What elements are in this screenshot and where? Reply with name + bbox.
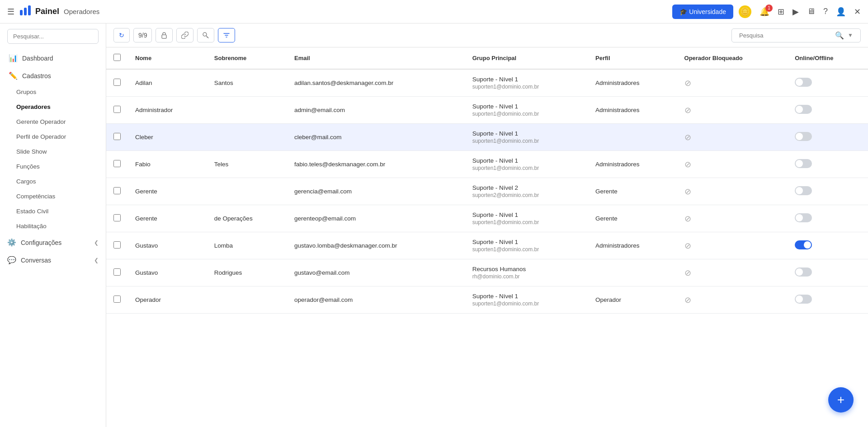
row-online xyxy=(788,97,868,124)
navbar-title: Painel xyxy=(35,7,59,16)
select-all-checkbox[interactable] xyxy=(113,54,121,61)
online-toggle[interactable] xyxy=(795,105,812,114)
row-grupo: Suporte - Nível 2 suporten2@dominio.com.… xyxy=(465,178,588,205)
row-online xyxy=(788,232,868,259)
key-button[interactable] xyxy=(197,28,214,42)
sidebar-subitem-funcoes[interactable]: Funções xyxy=(0,159,106,174)
row-checkbox-cell xyxy=(106,97,128,124)
sidebar-subitem-habilitacao[interactable]: Habilitação xyxy=(0,219,106,234)
row-sobrenome xyxy=(207,286,287,314)
row-checkbox[interactable] xyxy=(113,241,121,249)
row-checkbox[interactable] xyxy=(113,296,121,303)
table-row: Administrador admin@email.com Suporte - … xyxy=(106,97,868,124)
row-perfil: Administradores xyxy=(588,97,677,124)
row-sobrenome: de Operações xyxy=(207,205,287,232)
sidebar-item-configuracoes[interactable]: ⚙️ Configurações ❮ xyxy=(0,234,106,251)
row-checkbox[interactable] xyxy=(113,79,121,86)
chevron-icon: ❮ xyxy=(94,257,99,263)
gear-icon: ⚙️ xyxy=(7,238,16,247)
row-sobrenome: Lomba xyxy=(207,232,287,259)
online-toggle[interactable] xyxy=(795,213,812,222)
sidebar-item-cadastros[interactable]: ✏️ Cadastros xyxy=(0,67,106,84)
table-header-sobrenome[interactable]: Sobrenome xyxy=(207,47,287,69)
operators-table-container: Nome Sobrenome Email Grupo Principal Per… xyxy=(106,47,868,427)
row-checkbox[interactable] xyxy=(113,187,121,194)
filter-button[interactable] xyxy=(218,28,235,42)
user-icon[interactable]: 👤 xyxy=(836,7,846,17)
sidebar-subitem-perfil-operador[interactable]: Perfil de Operador xyxy=(0,129,106,144)
row-checkbox-cell xyxy=(106,232,128,259)
online-toggle[interactable] xyxy=(795,78,812,87)
content-area: ↻ 9/9 xyxy=(106,23,868,427)
row-checkbox[interactable] xyxy=(113,214,121,221)
sidebar-search-input[interactable] xyxy=(7,29,99,44)
sidebar-search-container xyxy=(0,23,106,49)
sidebar-subitem-label: Grupos xyxy=(16,89,36,95)
row-perfil: Administradores xyxy=(588,69,677,97)
refresh-button[interactable]: ↻ xyxy=(113,28,130,42)
online-toggle[interactable] xyxy=(795,186,812,195)
block-icon: ⊘ xyxy=(684,133,691,142)
link-button[interactable] xyxy=(176,28,193,42)
row-checkbox[interactable] xyxy=(113,160,121,167)
sidebar-subitem-estado-civil[interactable]: Estado Civil xyxy=(0,204,106,219)
block-icon: ⊘ xyxy=(684,241,691,250)
notification-icon[interactable]: 🔔 1 xyxy=(760,7,769,17)
close-icon[interactable]: ✕ xyxy=(854,7,861,17)
block-icon: ⊘ xyxy=(684,268,691,277)
universidade-button[interactable]: 🎓 Universidade xyxy=(672,5,733,19)
search-input[interactable] xyxy=(736,29,835,42)
sidebar-subitem-operadores[interactable]: Operadores xyxy=(0,99,106,114)
sidebar-item-dashboard[interactable]: 📊 Dashboard xyxy=(0,49,106,67)
table-row: Fabio Teles fabio.teles@deskmanager.com.… xyxy=(106,151,868,178)
table-header-grupo[interactable]: Grupo Principal xyxy=(465,47,588,69)
sidebar-subitem-cargos[interactable]: Cargos xyxy=(0,174,106,189)
row-checkbox[interactable] xyxy=(113,268,121,276)
table-row: Cleber cleber@mail.com Suporte - Nível 1… xyxy=(106,124,868,151)
online-toggle[interactable] xyxy=(795,159,812,168)
table-header-online[interactable]: Online/Offline xyxy=(788,47,868,69)
search-box: 🔍 ▼ xyxy=(731,28,861,42)
sidebar-subitem-competencias[interactable]: Competências xyxy=(0,189,106,204)
navbar: ☰ Painel Operadores 🎓 Universidade 🪙 🔔 1… xyxy=(0,0,868,23)
online-toggle[interactable] xyxy=(795,240,812,249)
table-header-email[interactable]: Email xyxy=(287,47,465,69)
online-toggle[interactable] xyxy=(795,267,812,277)
row-checkbox[interactable] xyxy=(113,106,121,113)
menu-icon[interactable]: ☰ xyxy=(7,7,14,17)
sidebar: 📊 Dashboard ✏️ Cadastros Grupos Operador… xyxy=(0,23,106,427)
online-toggle[interactable] xyxy=(795,132,812,141)
row-bloqueado: ⊘ xyxy=(677,151,788,178)
row-nome: Gustavo xyxy=(128,232,207,259)
row-online xyxy=(788,69,868,97)
add-button[interactable]: + xyxy=(828,387,854,413)
table-header-nome[interactable]: Nome xyxy=(128,47,207,69)
table-header-bloqueado[interactable]: Operador Bloqueado xyxy=(677,47,788,69)
sidebar-subitem-gerente-operador[interactable]: Gerente Operador xyxy=(0,114,106,129)
search-dropdown-arrow[interactable]: ▼ xyxy=(844,29,857,41)
table-row: Gerente gerencia@email.com Suporte - Nív… xyxy=(106,178,868,205)
block-icon: ⊘ xyxy=(684,106,691,115)
row-grupo: Suporte - Nível 1 suporten1@dominio.com.… xyxy=(465,97,588,124)
sidebar-subitem-grupos[interactable]: Grupos xyxy=(0,84,106,99)
row-sobrenome: Teles xyxy=(207,151,287,178)
play-icon[interactable]: ▶ xyxy=(793,7,799,17)
sidebar-item-conversas[interactable]: 💬 Conversas ❮ xyxy=(0,251,106,269)
table-header-perfil[interactable]: Perfil xyxy=(588,47,677,69)
row-nome: Gerente xyxy=(128,205,207,232)
row-grupo: Suporte - Nível 1 suporten1@dominio.com.… xyxy=(465,232,588,259)
monitor-icon[interactable]: 🖥 xyxy=(807,7,815,16)
row-online xyxy=(788,286,868,314)
table-row: Gustavo Lomba gustavo.lomba@deskmanager.… xyxy=(106,232,868,259)
lock-button[interactable] xyxy=(156,28,173,42)
search-icon[interactable]: 🔍 xyxy=(835,31,844,40)
row-perfil xyxy=(588,124,677,151)
online-toggle[interactable] xyxy=(795,295,812,304)
help-icon[interactable]: ? xyxy=(823,7,828,16)
table-row: Gustavo Rodrigues gustavo@email.com Recu… xyxy=(106,259,868,286)
row-checkbox[interactable] xyxy=(113,133,121,140)
row-checkbox-cell xyxy=(106,205,128,232)
grid-icon[interactable]: ⊞ xyxy=(778,7,784,17)
sidebar-subitem-slide-show[interactable]: Slide Show xyxy=(0,144,106,159)
row-bloqueado: ⊘ xyxy=(677,97,788,124)
